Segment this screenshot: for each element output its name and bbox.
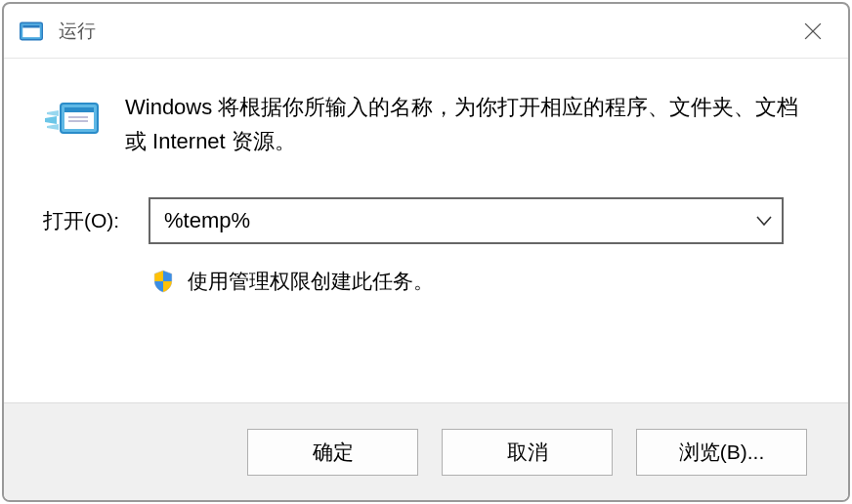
ok-button[interactable]: 确定 [247, 429, 418, 476]
svg-marker-7 [47, 124, 59, 130]
run-icon-small [16, 16, 47, 47]
command-input[interactable] [149, 197, 784, 244]
close-button[interactable] [789, 8, 836, 55]
dialog-description: Windows 将根据你所输入的名称，为你打开相应的程序、文件夹、文档或 Int… [125, 90, 809, 158]
run-dialog: 运行 Windows 将根据你 [2, 2, 850, 502]
dialog-title: 运行 [59, 19, 96, 44]
cancel-button[interactable]: 取消 [442, 429, 613, 476]
admin-note: 使用管理权限创建此任务。 [188, 268, 434, 295]
shield-icon [150, 269, 176, 294]
dialog-footer: 确定 取消 浏览(B)... [4, 402, 848, 500]
dialog-content: Windows 将根据你所输入的名称，为你打开相应的程序、文件夹、文档或 Int… [4, 59, 848, 402]
run-icon-large [43, 94, 102, 147]
browse-button[interactable]: 浏览(B)... [636, 429, 807, 476]
svg-marker-5 [45, 116, 57, 124]
svg-rect-2 [22, 24, 40, 27]
close-icon [804, 22, 822, 40]
command-combobox[interactable] [149, 197, 784, 244]
titlebar: 运行 [4, 4, 848, 59]
svg-rect-10 [64, 107, 94, 112]
svg-marker-6 [47, 110, 59, 116]
open-label: 打开(O): [43, 207, 133, 234]
